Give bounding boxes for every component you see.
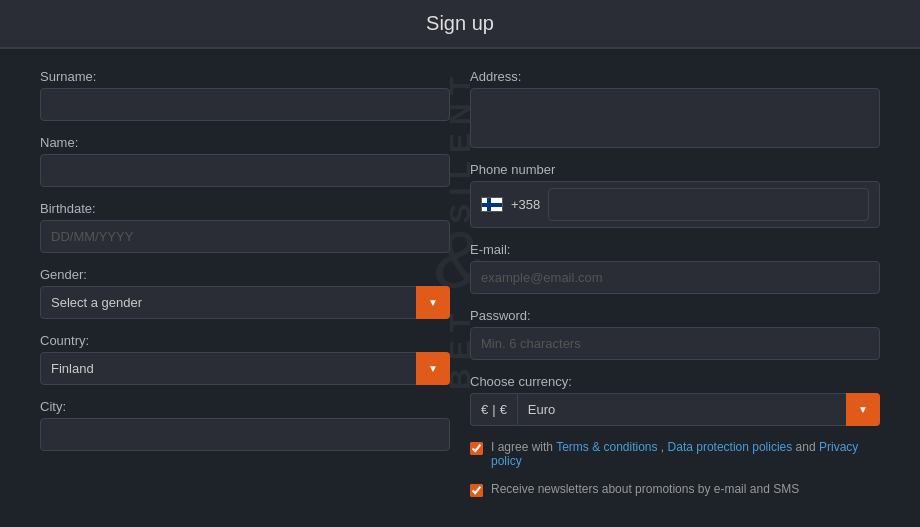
- gender-label: Gender:: [40, 267, 450, 282]
- phone-label: Phone number: [470, 162, 880, 177]
- email-label: E-mail:: [470, 242, 880, 257]
- phone-input[interactable]: [548, 188, 869, 221]
- newsletter-text: Receive newsletters about promotions by …: [491, 482, 799, 496]
- gender-field-group: Gender: Select a gender Male Female Othe…: [40, 267, 450, 319]
- surname-field-group: Surname:: [40, 69, 450, 121]
- email-input[interactable]: [470, 261, 880, 294]
- currency-wrapper: € | € Euro USD Dollar GBP Pound: [470, 393, 880, 426]
- currency-code: €: [500, 402, 507, 417]
- password-input[interactable]: [470, 327, 880, 360]
- join-button-row: Join Now: [0, 522, 920, 527]
- surname-label: Surname:: [40, 69, 450, 84]
- password-label: Password:: [470, 308, 880, 323]
- country-label: Country:: [40, 333, 450, 348]
- name-field-group: Name:: [40, 135, 450, 187]
- finland-flag-icon: [481, 197, 503, 212]
- phone-field-group: Phone number +358: [470, 162, 880, 228]
- header: Sign up: [0, 0, 920, 49]
- birthdate-field-group: Birthdate:: [40, 201, 450, 253]
- phone-code: +358: [511, 197, 540, 212]
- currency-prefix: € | €: [470, 393, 517, 426]
- email-field-group: E-mail:: [470, 242, 880, 294]
- data-protection-link[interactable]: Data protection policies: [668, 440, 793, 454]
- currency-select[interactable]: Euro USD Dollar GBP Pound: [517, 393, 880, 426]
- password-field-group: Password:: [470, 308, 880, 360]
- page-title: Sign up: [426, 12, 494, 34]
- country-select[interactable]: Finland Sweden Norway Denmark Germany: [40, 352, 450, 385]
- terms-text: I agree with Terms & conditions , Data p…: [491, 440, 880, 468]
- gender-select[interactable]: Select a gender Male Female Other: [40, 286, 450, 319]
- currency-label: Choose currency:: [470, 374, 880, 389]
- newsletter-checkbox-row: Receive newsletters about promotions by …: [470, 482, 880, 497]
- address-input[interactable]: [470, 88, 880, 148]
- name-input[interactable]: [40, 154, 450, 187]
- address-label: Address:: [470, 69, 880, 84]
- city-input[interactable]: [40, 418, 450, 451]
- currency-select-wrapper: Euro USD Dollar GBP Pound: [517, 393, 880, 426]
- country-field-group: Country: Finland Sweden Norway Denmark G…: [40, 333, 450, 385]
- terms-link[interactable]: Terms & conditions: [556, 440, 657, 454]
- surname-input[interactable]: [40, 88, 450, 121]
- terms-checkbox[interactable]: [470, 442, 483, 455]
- gender-select-wrapper: Select a gender Male Female Other: [40, 286, 450, 319]
- currency-symbol: €: [481, 402, 488, 417]
- birthdate-label: Birthdate:: [40, 201, 450, 216]
- phone-field-wrapper: +358: [470, 181, 880, 228]
- right-column: Address: Phone number +358 E-mail: Passw…: [470, 69, 880, 497]
- city-label: City:: [40, 399, 450, 414]
- city-field-group: City:: [40, 399, 450, 451]
- terms-checkbox-row: I agree with Terms & conditions , Data p…: [470, 440, 880, 468]
- name-label: Name:: [40, 135, 450, 150]
- currency-divider: |: [492, 402, 495, 417]
- currency-field-group: Choose currency: € | € Euro USD Dollar G…: [470, 374, 880, 426]
- left-column: Surname: Name: Birthdate: Gender: Select…: [40, 69, 450, 497]
- address-field-group: Address:: [470, 69, 880, 148]
- birthdate-input[interactable]: [40, 220, 450, 253]
- newsletter-checkbox[interactable]: [470, 484, 483, 497]
- country-select-wrapper: Finland Sweden Norway Denmark Germany: [40, 352, 450, 385]
